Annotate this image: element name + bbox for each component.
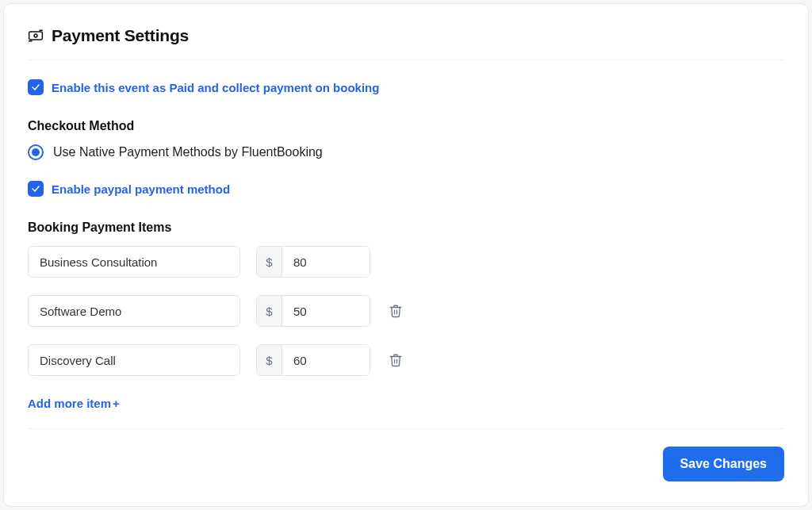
- add-more-item-link[interactable]: Add more item +: [28, 397, 120, 410]
- svg-rect-0: [29, 32, 43, 40]
- item-price-input[interactable]: [282, 247, 370, 277]
- item-price-group: $: [256, 295, 370, 327]
- header: Payment Settings: [28, 26, 784, 60]
- item-row: $: [28, 246, 784, 278]
- paypal-toggle-row: Enable paypal payment method: [28, 181, 784, 197]
- svg-point-1: [34, 34, 37, 37]
- item-price-input[interactable]: [282, 296, 370, 326]
- item-name-input[interactable]: [28, 246, 240, 278]
- item-row: $: [28, 344, 784, 376]
- plus-icon: +: [113, 397, 120, 410]
- payment-icon: [28, 28, 44, 44]
- checkout-method-title: Checkout Method: [28, 119, 784, 133]
- item-name-input[interactable]: [28, 344, 240, 376]
- native-payment-label: Use Native Payment Methods by FluentBook…: [53, 145, 323, 159]
- item-name-input[interactable]: [28, 295, 240, 327]
- checkout-method-option[interactable]: Use Native Payment Methods by FluentBook…: [28, 144, 784, 160]
- item-row: $: [28, 295, 784, 327]
- item-price-group: $: [256, 246, 370, 278]
- trash-icon[interactable]: [386, 351, 405, 370]
- footer: Save Changes: [28, 428, 784, 481]
- paid-checkbox-label[interactable]: Enable this event as Paid and collect pa…: [52, 81, 379, 94]
- currency-prefix: $: [257, 296, 282, 326]
- save-changes-button[interactable]: Save Changes: [663, 447, 784, 481]
- currency-prefix: $: [257, 247, 282, 277]
- trash-icon[interactable]: [386, 301, 405, 320]
- item-price-group: $: [256, 344, 370, 376]
- currency-prefix: $: [257, 345, 282, 375]
- add-more-item-label: Add more item: [28, 397, 111, 410]
- paid-toggle-row: Enable this event as Paid and collect pa…: [28, 79, 784, 95]
- item-price-input[interactable]: [282, 345, 370, 375]
- paid-checkbox[interactable]: [28, 79, 44, 95]
- items-title: Booking Payment Items: [28, 220, 784, 235]
- paypal-checkbox-label[interactable]: Enable paypal payment method: [52, 182, 230, 196]
- items-list: $$$: [28, 246, 784, 376]
- paypal-checkbox[interactable]: [28, 181, 44, 197]
- native-payment-radio[interactable]: [28, 144, 44, 160]
- payment-settings-card: Payment Settings Enable this event as Pa…: [3, 3, 809, 507]
- page-title: Payment Settings: [52, 26, 189, 45]
